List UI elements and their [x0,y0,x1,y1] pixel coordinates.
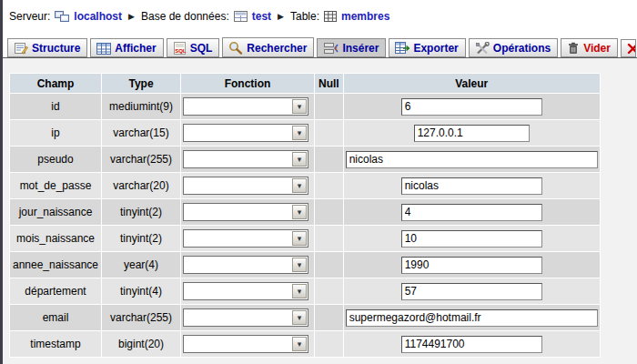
operations-icon [475,42,490,55]
tab-label: Structure [32,42,80,55]
function-select[interactable]: ▾ [183,124,308,142]
function-select[interactable]: ▾ [183,308,308,327]
table-row-timestamp: timestamp bigint(20) ▾ [10,331,600,357]
tab-label: Vider [583,42,611,55]
export-icon [395,42,410,55]
chevron-down-icon[interactable]: ▾ [292,337,307,351]
value-input[interactable] [401,230,542,248]
function-select[interactable]: ▾ [183,335,308,353]
breadcrumb-table-link[interactable]: membres [341,10,389,23]
value-input[interactable] [401,177,542,195]
chevron-down-icon[interactable]: ▾ [292,152,307,167]
breadcrumb: Serveur: localhost ▶ Base de données: te… [3,0,637,33]
function-select[interactable]: ▾ [183,203,308,221]
field-name: jour_naissance [10,199,101,225]
value-input[interactable] [401,336,542,353]
value-input[interactable] [401,257,542,274]
field-type: tinyint(2) [102,199,180,225]
field-name: mois_naissance [10,226,101,251]
table-label: Table: [290,10,319,23]
table-header-row: Champ Type Fonction Null Valeur [10,74,600,93]
tab-sql[interactable]: SQL SQL [167,38,220,57]
column-header-type: Type [102,74,180,93]
function-select[interactable]: ▾ [183,177,308,195]
value-input[interactable] [401,283,542,300]
function-select[interactable]: ▾ [183,282,308,300]
field-type: year(4) [102,252,180,278]
tab-label: Afficher [115,42,156,55]
function-select[interactable]: ▾ [183,150,308,168]
tab-label: SQL [190,42,213,55]
tab-structure[interactable]: Structure [7,38,87,57]
tab-label: Insérer [342,42,379,55]
null-cell [315,94,343,119]
field-type: bigint(20) [102,331,180,357]
table-row-mois_naissance: mois_naissance tinyint(2) ▾ [10,226,600,251]
drop-icon [627,43,636,55]
value-input[interactable] [346,309,598,327]
field-name: ip [10,120,101,146]
null-cell [315,199,343,225]
field-type: mediumint(9) [102,94,180,119]
tab-afficher[interactable]: Afficher [90,38,163,57]
null-cell [315,120,343,146]
svg-text:SQL: SQL [175,48,187,54]
function-select[interactable]: ▾ [183,256,308,274]
breadcrumb-database-link[interactable]: test [252,10,271,23]
table-row-ip: ip varchar(15) ▾ [10,120,600,146]
chevron-down-icon[interactable]: ▾ [292,205,307,219]
table-row-email: email varchar(255) ▾ [10,305,600,330]
window-left-edge [0,0,3,364]
field-type: varchar(255) [102,305,180,330]
null-cell [315,305,343,330]
server-label: Serveur: [9,10,50,23]
insert-form-table: Champ Type Fonction Null Valeur id mediu… [9,73,601,358]
table-row-id: id mediumint(9) ▾ [10,94,600,119]
insert-rows: id mediumint(9) ▾ ip varchar(15) ▾ pseud… [10,94,600,357]
table-row-annee_naissance: annee_naissance year(4) ▾ [10,252,600,278]
function-select[interactable]: ▾ [183,97,308,116]
database-icon [234,11,248,22]
null-cell [315,173,343,198]
table-row-jour_naissance: jour_naissance tinyint(2) ▾ [10,199,600,225]
value-input[interactable] [401,98,542,116]
table-row-pseudo: pseudo varchar(255) ▾ [10,147,600,172]
field-type: varchar(15) [102,120,180,146]
chevron-down-icon[interactable]: ▾ [292,126,307,140]
null-cell [315,252,343,278]
field-type: varchar(20) [102,173,180,198]
value-input[interactable] [346,151,598,168]
tab-inserer[interactable]: Insérer [317,38,386,57]
column-header-fonction: Fonction [181,74,314,93]
chevron-down-icon[interactable]: ▾ [292,310,307,325]
value-input[interactable] [401,204,542,221]
chevron-down-icon[interactable]: ▾ [292,231,307,246]
browse-icon [96,43,111,55]
chevron-down-icon[interactable]: ▾ [292,284,307,298]
tab-operations[interactable]: Opérations [469,38,558,57]
chevron-down-icon[interactable]: ▾ [292,99,307,114]
sql-icon: SQL [173,42,187,55]
function-select[interactable]: ▾ [183,229,308,248]
field-name: id [10,94,101,119]
chevron-down-icon[interactable]: ▾ [292,178,307,193]
value-input[interactable] [414,125,530,142]
table-icon [324,11,337,22]
insert-icon [323,42,339,55]
breadcrumb-arrow-icon: ▶ [128,12,135,21]
tab-rechercher[interactable]: Rechercher [222,37,314,57]
field-type: tinyint(4) [102,278,180,304]
host-icon [55,11,69,23]
search-icon [228,41,243,55]
field-name: mot_de_passe [10,173,101,198]
field-name: annee_naissance [10,252,101,278]
tab-more[interactable] [621,39,636,57]
breadcrumb-server-link[interactable]: localhost [74,10,122,23]
chevron-down-icon[interactable]: ▾ [292,258,307,272]
null-cell [315,147,343,172]
null-cell [315,278,343,304]
field-type: tinyint(2) [102,226,180,251]
tab-vider[interactable]: Vider [561,38,618,57]
column-header-null: Null [315,74,343,93]
tab-exporter[interactable]: Exporter [389,38,465,57]
